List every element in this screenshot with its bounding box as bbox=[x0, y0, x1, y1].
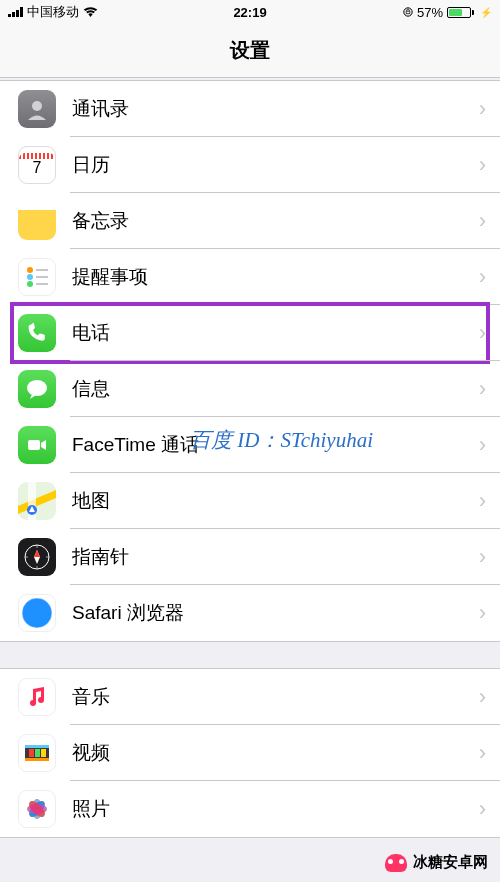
videos-icon bbox=[18, 734, 56, 772]
row-phone[interactable]: 电话 › bbox=[0, 305, 500, 361]
battery-icon bbox=[447, 7, 474, 18]
row-notes[interactable]: 备忘录 › bbox=[0, 193, 500, 249]
row-compass[interactable]: 指南针 › bbox=[0, 529, 500, 585]
svg-point-3 bbox=[27, 274, 33, 280]
row-videos[interactable]: 视频 › bbox=[0, 725, 500, 781]
chevron-right-icon: › bbox=[479, 96, 500, 122]
phone-icon bbox=[18, 314, 56, 352]
svg-rect-9 bbox=[28, 440, 40, 450]
chevron-right-icon: › bbox=[479, 208, 500, 234]
row-label: 电话 bbox=[72, 320, 479, 346]
row-calendar[interactable]: 7 日历 › bbox=[0, 137, 500, 193]
maps-icon bbox=[18, 482, 56, 520]
calendar-icon: 7 bbox=[18, 146, 56, 184]
charging-icon: ⚡ bbox=[480, 7, 492, 18]
row-music[interactable]: 音乐 › bbox=[0, 669, 500, 725]
svg-rect-21 bbox=[25, 758, 49, 761]
chevron-right-icon: › bbox=[479, 152, 500, 178]
row-facetime[interactable]: FaceTime 通话 › bbox=[0, 417, 500, 473]
settings-group-2: 音乐 › 视频 › 照片 › bbox=[0, 668, 500, 838]
status-bar: 中国移动 22:19 57% ⚡ bbox=[0, 0, 500, 24]
brand-logo-icon bbox=[385, 854, 407, 872]
svg-rect-20 bbox=[25, 745, 49, 748]
chevron-right-icon: › bbox=[479, 264, 500, 290]
row-contacts[interactable]: 通讯录 › bbox=[0, 81, 500, 137]
row-label: 音乐 bbox=[72, 684, 479, 710]
notes-icon bbox=[18, 202, 56, 240]
watermark-brand: 冰糖安卓网 bbox=[385, 853, 488, 872]
svg-point-4 bbox=[27, 281, 33, 287]
svg-point-1 bbox=[32, 101, 42, 111]
page-title: 设置 bbox=[0, 24, 500, 78]
compass-icon bbox=[18, 538, 56, 576]
row-label: 指南针 bbox=[72, 544, 479, 570]
status-time: 22:19 bbox=[233, 5, 266, 20]
row-label: 地图 bbox=[72, 488, 479, 514]
status-right: 57% ⚡ bbox=[403, 5, 492, 20]
row-reminders[interactable]: 提醒事项 › bbox=[0, 249, 500, 305]
row-maps[interactable]: 地图 › bbox=[0, 473, 500, 529]
row-label: 提醒事项 bbox=[72, 264, 479, 290]
row-label: 视频 bbox=[72, 740, 479, 766]
chevron-right-icon: › bbox=[479, 320, 500, 346]
chevron-right-icon: › bbox=[479, 796, 500, 822]
row-label: 备忘录 bbox=[72, 208, 479, 234]
music-icon bbox=[18, 678, 56, 716]
svg-rect-23 bbox=[35, 749, 40, 757]
row-photos[interactable]: 照片 › bbox=[0, 781, 500, 837]
svg-rect-22 bbox=[29, 749, 34, 757]
signal-icon bbox=[8, 7, 23, 17]
row-label: 信息 bbox=[72, 376, 479, 402]
facetime-icon bbox=[18, 426, 56, 464]
chevron-right-icon: › bbox=[479, 600, 500, 626]
row-label: 通讯录 bbox=[72, 96, 479, 122]
chevron-right-icon: › bbox=[479, 684, 500, 710]
chevron-right-icon: › bbox=[479, 544, 500, 570]
row-safari[interactable]: Safari 浏览器 › bbox=[0, 585, 500, 641]
status-left: 中国移动 bbox=[8, 3, 403, 21]
row-label: FaceTime 通话 bbox=[72, 432, 479, 458]
orientation-lock-icon bbox=[403, 6, 413, 18]
row-label: Safari 浏览器 bbox=[72, 600, 479, 626]
row-label: 照片 bbox=[72, 796, 479, 822]
carrier-label: 中国移动 bbox=[27, 3, 79, 21]
svg-rect-24 bbox=[41, 749, 46, 757]
safari-icon bbox=[18, 594, 56, 632]
photos-icon bbox=[18, 790, 56, 828]
contacts-icon bbox=[18, 90, 56, 128]
row-label: 日历 bbox=[72, 152, 479, 178]
settings-group-1: 通讯录 › 7 日历 › 备忘录 › 提醒事项 › 电话 › 信息 › bbox=[0, 80, 500, 642]
svg-point-2 bbox=[27, 267, 33, 273]
reminders-icon bbox=[18, 258, 56, 296]
chevron-right-icon: › bbox=[479, 432, 500, 458]
chevron-right-icon: › bbox=[479, 488, 500, 514]
chevron-right-icon: › bbox=[479, 376, 500, 402]
battery-percent: 57% bbox=[417, 5, 443, 20]
svg-point-8 bbox=[27, 380, 47, 396]
wifi-icon bbox=[83, 7, 98, 18]
chevron-right-icon: › bbox=[479, 740, 500, 766]
row-messages[interactable]: 信息 › bbox=[0, 361, 500, 417]
messages-icon bbox=[18, 370, 56, 408]
